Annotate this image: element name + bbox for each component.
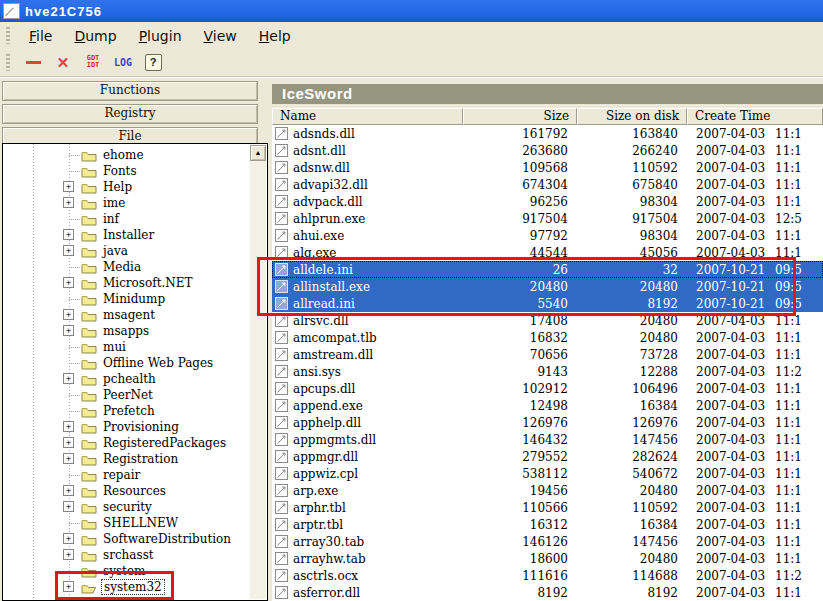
file-row-ahlprun-exe[interactable]: ahlprun.exe9175049175042007-04-0312:5	[272, 210, 823, 227]
tree-item-system[interactable]: system	[3, 563, 251, 579]
tree-item-repair[interactable]: repair	[3, 467, 251, 483]
expand-plus-icon[interactable]: +	[63, 549, 74, 560]
tree-item-registeredpackages[interactable]: +RegisteredPackages	[3, 435, 251, 451]
file-row-apphelp-dll[interactable]: apphelp.dll1269761269762007-04-0311:1	[272, 414, 823, 431]
expand-plus-icon[interactable]: +	[63, 197, 74, 208]
expand-plus-icon[interactable]: +	[63, 485, 74, 496]
tree-item-java[interactable]: +java	[3, 243, 251, 259]
file-row-ansi-sys[interactable]: ansi.sys9143122882007-04-0311:2	[272, 363, 823, 380]
tree-item-security[interactable]: +security	[3, 499, 251, 515]
file-row-array30-tab[interactable]: array30.tab1461261474562007-04-0311:1	[272, 533, 823, 550]
help-button[interactable]: ?	[138, 51, 168, 73]
tree-item-media[interactable]: Media	[3, 259, 251, 275]
expand-plus-icon[interactable]: +	[63, 309, 74, 320]
file-row-amcompat-tlb[interactable]: amcompat.tlb16832204802007-04-0311:1	[272, 329, 823, 346]
file-row-arrayhw-tab[interactable]: arrayhw.tab18600204802007-04-0311:1	[272, 550, 823, 567]
file-row-advapi32-dll[interactable]: advapi32.dll6743046758402007-04-0311:1	[272, 176, 823, 193]
tree-item-ehome[interactable]: ehome	[3, 147, 251, 163]
tree-item-registration[interactable]: +Registration	[3, 451, 251, 467]
file-row-adsnw-dll[interactable]: adsnw.dll1095681105922007-04-0311:1	[272, 159, 823, 176]
file-row-alg-exe[interactable]: alg.exe44544450562007-04-0311:1	[272, 244, 823, 261]
file-row-alrsvc-dll[interactable]: alrsvc.dll17408204802007-04-0311:1	[272, 312, 823, 329]
menu-help[interactable]: Help	[248, 26, 302, 46]
tree-item-system32[interactable]: +system32	[3, 579, 251, 595]
file-row-amstream-dll[interactable]: amstream.dll70656737282007-04-0311:1	[272, 346, 823, 363]
column-header-create-time[interactable]: Create Time	[687, 108, 823, 125]
tree-item-partial[interactable]	[3, 595, 251, 600]
expand-plus-icon[interactable]: +	[63, 181, 74, 192]
expand-plus-icon[interactable]: +	[63, 533, 74, 544]
tree-item-provisioning[interactable]: +Provisioning	[3, 419, 251, 435]
gdt-idt-button[interactable]: GDT IDT	[78, 51, 108, 73]
expand-plus-icon[interactable]: +	[63, 581, 74, 592]
tree-scrollbar[interactable]: ▲	[250, 145, 266, 599]
scroll-up-arrow-icon[interactable]: ▲	[250, 145, 266, 161]
expand-plus-icon[interactable]: +	[63, 501, 74, 512]
tree-item-prefetch[interactable]: Prefetch	[3, 403, 251, 419]
close-button[interactable]: ✕	[48, 51, 78, 73]
tree-item-softwaredistribution[interactable]: +SoftwareDistribution	[3, 531, 251, 547]
folder-icon	[81, 149, 97, 162]
tree-item-msapps[interactable]: +msapps	[3, 323, 251, 339]
file-row-allinstall-exe[interactable]: allinstall.exe20480204802007-10-2109:5	[272, 278, 823, 295]
folder-icon	[81, 181, 97, 194]
tree-item-shellnew[interactable]: SHELLNEW	[3, 515, 251, 531]
menu-plugin[interactable]: Plugin	[128, 26, 193, 46]
expand-plus-icon[interactable]: +	[63, 421, 74, 432]
tree-item-help[interactable]: +Help	[3, 179, 251, 195]
tree-item-ime[interactable]: +ime	[3, 195, 251, 211]
tree-item-installer[interactable]: +Installer	[3, 227, 251, 243]
column-header-size[interactable]: Size	[463, 108, 577, 125]
expand-plus-icon[interactable]: +	[63, 373, 74, 384]
tree-item-offline-web-pages[interactable]: Offline Web Pages	[3, 355, 251, 371]
file-row-adsnds-dll[interactable]: adsnds.dll1617921638402007-04-0311:1	[272, 125, 823, 142]
create-time: 11:1	[775, 501, 802, 515]
file-row-appmgr-dll[interactable]: appmgr.dll2795522826242007-04-0311:1	[272, 448, 823, 465]
file-row-allread-ini[interactable]: allread.ini554081922007-10-2109:5	[272, 295, 823, 312]
log-button[interactable]: LOG	[108, 51, 138, 73]
menubar-grip-handle[interactable]	[6, 27, 10, 44]
toolbar-grip-handle[interactable]	[6, 54, 10, 71]
registry-button[interactable]: Registry	[2, 104, 258, 124]
minimize-button[interactable]	[18, 51, 48, 73]
column-header-size-on-disk[interactable]: Size on disk	[577, 108, 687, 125]
tree-item-mui[interactable]: mui	[3, 339, 251, 355]
file-row-ahui-exe[interactable]: ahui.exe97792983042007-04-0311:1	[272, 227, 823, 244]
functions-button[interactable]: Functions	[2, 81, 258, 101]
expand-plus-icon[interactable]: +	[63, 245, 74, 256]
file-row-asferror-dll[interactable]: asferror.dll819281922007-04-0311:1	[272, 584, 823, 601]
file-icon	[275, 297, 288, 310]
menu-file[interactable]: File	[18, 26, 63, 46]
expand-plus-icon[interactable]: +	[63, 277, 74, 288]
file-row-advpack-dll[interactable]: advpack.dll96256983042007-04-0311:1	[272, 193, 823, 210]
tree-item-microsoft-net[interactable]: +Microsoft.NET	[3, 275, 251, 291]
tree-item-pchealth[interactable]: +pchealth	[3, 371, 251, 387]
file-row-asctrls-ocx[interactable]: asctrls.ocx1116161146882007-04-0311:2	[272, 567, 823, 584]
file-row-appmgmts-dll[interactable]: appmgmts.dll1464321474562007-04-0311:1	[272, 431, 823, 448]
tree-item-resources[interactable]: +Resources	[3, 483, 251, 499]
tree-item-msagent[interactable]: +msagent	[3, 307, 251, 323]
tree-item-minidump[interactable]: Minidump	[3, 291, 251, 307]
file-row-adsnt-dll[interactable]: adsnt.dll2636802662402007-04-0311:1	[272, 142, 823, 159]
menu-view[interactable]: View	[193, 26, 248, 46]
tree-item-inf[interactable]: inf	[3, 211, 251, 227]
tree-item-fonts[interactable]: Fonts	[3, 163, 251, 179]
file-row-alldele-ini[interactable]: alldele.ini26322007-10-2109:5	[272, 261, 823, 278]
menu-dump[interactable]: Dump	[63, 26, 127, 46]
file-row-append-exe[interactable]: append.exe12498163842007-04-0311:1	[272, 397, 823, 414]
tree-item-srchasst[interactable]: +srchasst	[3, 547, 251, 563]
expand-plus-icon[interactable]: +	[63, 325, 74, 336]
column-header-name[interactable]: Name	[272, 108, 463, 125]
folder-icon	[81, 325, 97, 338]
expand-plus-icon[interactable]: +	[63, 229, 74, 240]
file-row-arphr-tbl[interactable]: arphr.tbl1105661105922007-04-0311:1	[272, 499, 823, 516]
tree-connector	[69, 299, 80, 300]
file-row-appwiz-cpl[interactable]: appwiz.cpl5381125406722007-04-0311:1	[272, 465, 823, 482]
file-row-arp-exe[interactable]: arp.exe19456204802007-04-0311:1	[272, 482, 823, 499]
file-row-apcups-dll[interactable]: apcups.dll1029121064962007-04-0311:1	[272, 380, 823, 397]
file-row-arptr-tbl[interactable]: arptr.tbl16312163842007-04-0311:1	[272, 516, 823, 533]
expand-plus-icon[interactable]: +	[63, 453, 74, 464]
expand-plus-icon[interactable]: +	[63, 437, 74, 448]
tree-item-peernet[interactable]: PeerNet	[3, 387, 251, 403]
tree-connector	[69, 155, 80, 156]
